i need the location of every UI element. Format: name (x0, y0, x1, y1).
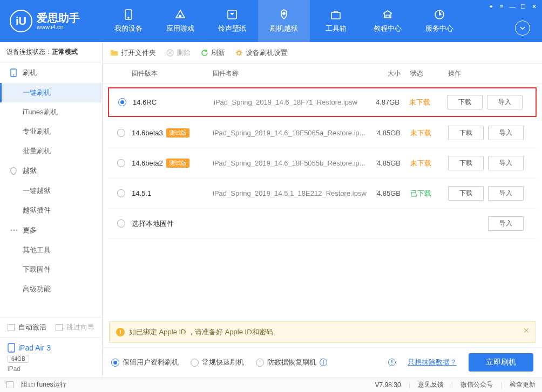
sidebar-item[interactable]: 越狱插件 (0, 201, 102, 220)
svg-point-15 (238, 51, 241, 54)
radio-icon (191, 359, 199, 367)
device-name[interactable]: iPad Air 3 (0, 337, 102, 354)
local-firmware-row[interactable]: 选择本地固件 导入 (108, 209, 537, 239)
sidebar-group[interactable]: 刷机 (0, 63, 102, 83)
import-button[interactable]: 导入 (487, 95, 523, 109)
firmware-status: 未下载 (410, 159, 448, 168)
svg-point-1 (128, 17, 129, 18)
sidebar-item[interactable]: 其他工具 (0, 240, 102, 260)
sidebar-item[interactable]: 批量刷机 (0, 141, 102, 161)
svg-point-10 (13, 230, 15, 231)
nav-item-1[interactable]: 应用游戏 (154, 0, 206, 42)
logo-icon: iU (10, 10, 32, 32)
import-button[interactable]: 导入 (488, 126, 524, 140)
feedback-link[interactable]: 意见反馈 (418, 380, 444, 389)
firmware-row[interactable]: 14.6beta3测试版 iPad_Spring_2019_14.6_18F50… (108, 118, 537, 148)
tablet-icon (8, 343, 15, 353)
status-value: 正常模式 (52, 48, 78, 56)
option-anti-recovery[interactable]: 防数据恢复刷机i (256, 357, 327, 367)
nav-icon (123, 9, 134, 20)
firmware-rows: 14.6RC iPad_Spring_2019_14.6_18F71_Resto… (103, 84, 542, 318)
firmware-status: 未下载 (409, 98, 447, 107)
win-close-button[interactable]: ✕ (529, 2, 539, 11)
skip-guide-label: 跳过向导 (66, 322, 94, 332)
download-button[interactable]: 下载 (448, 156, 484, 170)
radio-icon[interactable] (118, 98, 126, 106)
firmware-row[interactable]: 14.5.1 iPad_Spring_2019_14.5.1_18E212_Re… (108, 178, 537, 209)
sidebar-group[interactable]: 更多 (0, 220, 102, 240)
sidebar-item[interactable]: iTunes刷机 (0, 102, 102, 122)
win-menu-button[interactable]: ≡ (497, 2, 506, 11)
delete-button[interactable]: 删除 (166, 48, 191, 58)
folder-icon (110, 49, 118, 57)
sidebar-group[interactable]: 越狱 (0, 161, 102, 181)
nav-item-5[interactable]: 教程中心 (362, 0, 414, 42)
import-button[interactable]: 导入 (488, 216, 524, 231)
info-icon[interactable]: ! (388, 359, 396, 366)
info-icon[interactable]: i (320, 359, 327, 366)
radio-icon[interactable] (117, 189, 125, 197)
sidebar-item[interactable]: 下载固件 (0, 260, 102, 279)
svg-point-9 (11, 230, 12, 231)
sidebar-item[interactable]: 专业刷机 (0, 122, 102, 141)
group-icon (10, 68, 18, 77)
alert-close-button[interactable]: ✕ (523, 326, 530, 335)
sidebar-item[interactable]: 一键越狱 (0, 181, 102, 201)
sidebar-list: 刷机一键刷机iTunes刷机专业刷机批量刷机越狱一键越狱越狱插件更多其他工具下载… (0, 63, 102, 317)
apple-id-alert: ! 如已绑定 Apple ID ，请准备好 Apple ID和密码。 ✕ (109, 321, 536, 343)
firmware-version: 14.6beta3测试版 (132, 128, 213, 137)
nav-item-6[interactable]: 服务中心 (414, 0, 465, 42)
radio-icon[interactable] (117, 219, 125, 228)
option-keep-data[interactable]: 保留用户资料刷机 (111, 357, 179, 367)
download-button[interactable]: 下载 (448, 186, 484, 201)
nav-item-3[interactable]: 刷机越狱 (258, 0, 310, 42)
gear-icon (235, 49, 243, 57)
auto-activate-option[interactable]: 自动激活 跳过向导 (0, 318, 102, 337)
radio-icon[interactable] (117, 129, 125, 137)
nav-icon (433, 9, 445, 20)
nav-item-0[interactable]: 我的设备 (103, 0, 154, 42)
download-button[interactable]: 下载 (447, 95, 483, 109)
firmware-status: 已下载 (410, 189, 448, 198)
svg-point-2 (180, 16, 181, 17)
option-normal-flash[interactable]: 常规快速刷机 (191, 357, 244, 367)
checkbox-icon (8, 324, 15, 331)
win-minimize-button[interactable]: — (507, 2, 517, 11)
firmware-size: 4.85GB (367, 129, 410, 137)
win-maximize-button[interactable]: ☐ (518, 2, 528, 11)
flash-now-button[interactable]: 立即刷机 (469, 353, 533, 372)
wechat-link[interactable]: 微信公众号 (460, 380, 493, 389)
device-settings-button[interactable]: 设备刷机设置 (235, 48, 288, 58)
beta-badge: 测试版 (166, 159, 189, 168)
connection-status: 设备连接状态：正常模式 (0, 42, 102, 63)
firmware-version: 14.6beta2测试版 (132, 159, 213, 168)
erase-data-link[interactable]: 只想抹除数据？ (408, 357, 457, 367)
open-folder-button[interactable]: 打开文件夹 (110, 48, 156, 58)
sidebar-item[interactable]: 一键刷机 (0, 83, 102, 102)
flash-options: 保留用户资料刷机 常规快速刷机 防数据恢复刷机i ! 只想抹除数据？ 立即刷机 (103, 347, 542, 377)
nav-item-4[interactable]: 工具箱 (310, 0, 362, 42)
import-button[interactable]: 导入 (488, 186, 524, 201)
checkbox-icon[interactable] (6, 381, 13, 388)
header-dropdown-button[interactable] (515, 20, 530, 36)
nav-item-2[interactable]: 铃声壁纸 (206, 0, 258, 42)
sidebar-item[interactable]: 高级功能 (0, 279, 102, 299)
firmware-row[interactable]: 14.6RC iPad_Spring_2019_14.6_18F71_Resto… (108, 87, 537, 117)
check-update-link[interactable]: 检查更新 (510, 380, 536, 389)
app-header: iU 爱思助手 www.i4.cn 我的设备应用游戏铃声壁纸刷机越狱工具箱教程中… (0, 0, 542, 42)
refresh-button[interactable]: 刷新 (200, 48, 225, 58)
import-button[interactable]: 导入 (488, 156, 524, 170)
svg-rect-5 (331, 12, 340, 19)
table-header: 固件版本 固件名称 大小 状态 操作 (103, 64, 542, 84)
download-button[interactable]: 下载 (448, 126, 484, 140)
status-label: 设备连接状态： (6, 48, 52, 56)
firmware-filename: iPad_Spring_2019_14.6_18F71_Restore.ipsw (214, 98, 366, 106)
radio-icon[interactable] (117, 159, 125, 167)
win-skin-button[interactable]: ✦ (486, 2, 496, 11)
col-version: 固件版本 (132, 69, 213, 78)
nav-icon (330, 9, 342, 20)
app-name: 爱思助手 (37, 12, 80, 24)
delete-icon (166, 49, 174, 57)
local-firmware-label: 选择本地固件 (132, 219, 213, 229)
firmware-row[interactable]: 14.6beta2测试版 iPad_Spring_2019_14.6_18F50… (108, 148, 537, 178)
